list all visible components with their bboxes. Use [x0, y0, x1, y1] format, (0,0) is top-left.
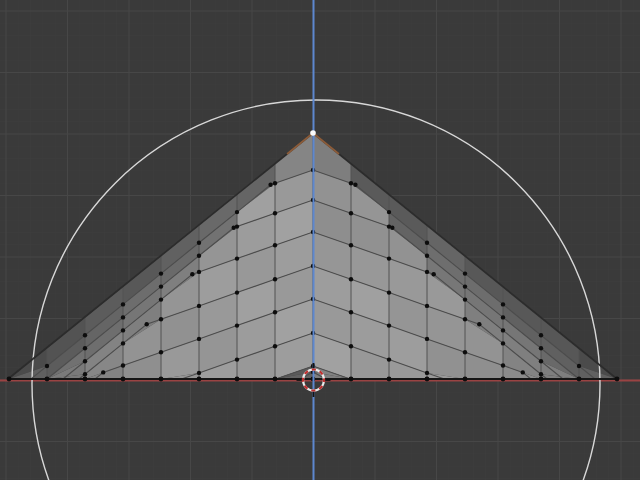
viewport-canvas[interactable] — [0, 0, 640, 480]
blender-viewport[interactable] — [0, 0, 640, 480]
selected-vertex[interactable] — [310, 130, 316, 136]
